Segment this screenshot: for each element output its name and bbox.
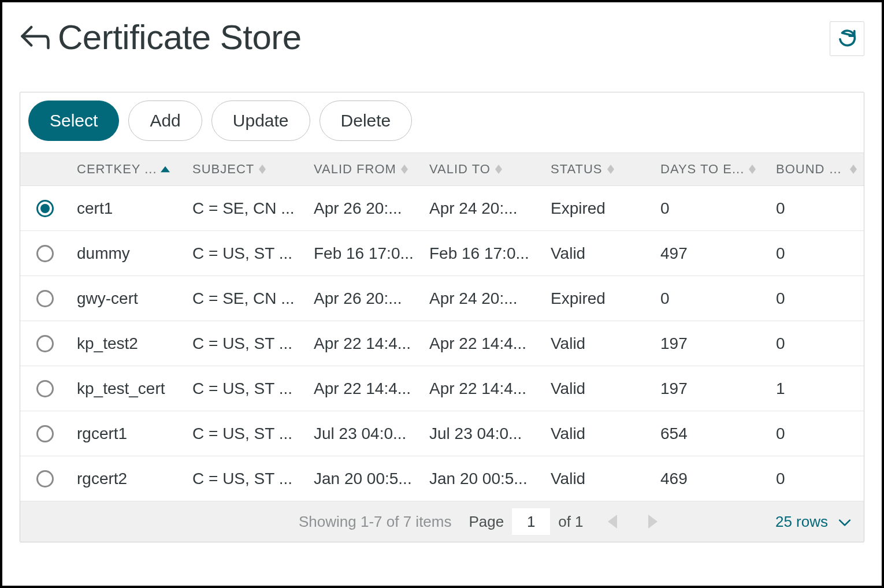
table-row[interactable]: gwy-certC = SE, CN ...Apr 26 20:...Apr 2… (20, 276, 864, 321)
prev-page-button[interactable] (601, 510, 624, 533)
row-radio[interactable] (36, 470, 54, 487)
cell-certkey: rgcert1 (70, 425, 185, 443)
cell-valid-to: Apr 24 20:... (422, 289, 544, 308)
cell-certkey: rgcert2 (70, 470, 185, 488)
sort-icon (749, 165, 756, 174)
column-header-subject[interactable]: SUBJECT (185, 162, 307, 177)
table-row[interactable]: dummyC = US, ST ...Feb 16 17:0...Feb 16 … (20, 231, 864, 276)
svg-marker-8 (607, 169, 614, 174)
cell-days-to-expire: 654 (653, 425, 769, 443)
table-body: cert1C = SE, CN ...Apr 26 20:...Apr 24 2… (20, 186, 864, 501)
cell-days-to-expire: 0 (653, 289, 769, 308)
table-row[interactable]: kp_test_certC = US, ST ...Apr 22 14:4...… (20, 366, 864, 411)
table-row[interactable]: kp_test2C = US, ST ...Apr 22 14:4...Apr … (20, 321, 864, 366)
cell-bound-entities: 0 (769, 470, 864, 488)
cell-status: Valid (544, 470, 653, 488)
cell-certkey: dummy (70, 244, 185, 263)
column-header-days-to-expire[interactable]: DAYS TO E... (653, 162, 769, 177)
column-header-bound-entities[interactable]: BOUND EN... (769, 162, 864, 177)
refresh-button[interactable] (830, 21, 864, 56)
svg-marker-12 (850, 169, 857, 174)
row-radio[interactable] (36, 245, 54, 262)
table-row[interactable]: cert1C = SE, CN ...Apr 26 20:...Apr 24 2… (20, 186, 864, 231)
cell-status: Valid (544, 425, 653, 443)
cell-bound-entities: 0 (769, 425, 864, 443)
page-of-label: of 1 (558, 513, 583, 531)
svg-marker-7 (607, 165, 614, 169)
column-header-status[interactable]: STATUS (544, 162, 653, 177)
cell-valid-from: Feb 16 17:0... (307, 244, 422, 263)
cell-bound-entities: 1 (769, 379, 864, 398)
cell-subject: C = US, ST ... (185, 470, 307, 488)
cell-valid-from: Apr 26 20:... (307, 199, 422, 218)
cell-subject: C = SE, CN ... (185, 289, 307, 308)
cell-days-to-expire: 497 (653, 244, 769, 263)
cell-days-to-expire: 0 (653, 199, 769, 218)
cell-status: Valid (544, 379, 653, 398)
chevron-down-icon (838, 513, 851, 531)
cell-days-to-expire: 197 (653, 334, 769, 353)
row-radio[interactable] (36, 380, 54, 397)
cell-valid-to: Apr 22 14:4... (422, 379, 544, 398)
cell-subject: C = US, ST ... (185, 334, 307, 353)
cell-valid-to: Feb 16 17:0... (422, 244, 544, 263)
cell-status: Expired (544, 199, 653, 218)
page-controls: Page of 1 (469, 508, 583, 535)
cell-subject: C = US, ST ... (185, 244, 307, 263)
select-button[interactable]: Select (28, 101, 119, 141)
table-row[interactable]: rgcert1C = US, ST ...Jul 23 04:0...Jul 2… (20, 411, 864, 456)
cell-valid-to: Apr 24 20:... (422, 199, 544, 218)
cell-valid-to: Jan 20 00:5... (422, 470, 544, 488)
svg-marker-9 (749, 165, 756, 169)
cell-valid-to: Apr 22 14:4... (422, 334, 544, 353)
page-title: Certificate Store (58, 17, 302, 57)
row-radio[interactable] (36, 290, 54, 307)
cell-valid-from: Jul 23 04:0... (307, 425, 422, 443)
cell-certkey: gwy-cert (70, 289, 185, 308)
cell-status: Expired (544, 289, 653, 308)
cell-subject: C = US, ST ... (185, 425, 307, 443)
svg-marker-2 (259, 169, 266, 174)
cell-certkey: kp_test2 (70, 334, 185, 353)
showing-text: Showing 1-7 of 7 items (299, 513, 451, 531)
page-input[interactable] (512, 508, 550, 535)
column-header-certkey[interactable]: CERTKEY ... (70, 162, 185, 177)
update-button[interactable]: Update (211, 101, 310, 141)
delete-button[interactable]: Delete (320, 101, 413, 141)
svg-marker-13 (608, 515, 617, 529)
cell-bound-entities: 0 (769, 334, 864, 353)
table-footer: Showing 1-7 of 7 items Page of 1 25 rows (20, 501, 864, 542)
table-row[interactable]: rgcert2C = US, ST ...Jan 20 00:5...Jan 2… (20, 456, 864, 501)
row-radio[interactable] (36, 335, 54, 352)
add-button[interactable]: Add (128, 101, 202, 141)
sort-icon (607, 165, 614, 174)
row-radio[interactable] (36, 425, 54, 442)
next-page-button[interactable] (641, 510, 664, 533)
cell-status: Valid (544, 244, 653, 263)
cell-days-to-expire: 469 (653, 470, 769, 488)
rows-per-page-label: 25 rows (775, 513, 828, 531)
cell-bound-entities: 0 (769, 199, 864, 218)
back-icon[interactable] (20, 22, 51, 53)
column-header-valid-to[interactable]: VALID TO (422, 162, 544, 177)
cell-valid-to: Jul 23 04:0... (422, 425, 544, 443)
cell-bound-entities: 0 (769, 244, 864, 263)
row-radio[interactable] (36, 200, 54, 217)
page-label: Page (469, 513, 504, 531)
cell-valid-from: Jan 20 00:5... (307, 470, 422, 488)
sort-icon (401, 165, 408, 174)
cell-days-to-expire: 197 (653, 379, 769, 398)
cell-valid-from: Apr 22 14:4... (307, 334, 422, 353)
cell-valid-from: Apr 22 14:4... (307, 379, 422, 398)
svg-marker-3 (401, 165, 408, 169)
svg-marker-14 (648, 515, 658, 529)
column-header-valid-from[interactable]: VALID FROM (307, 162, 422, 177)
cell-certkey: cert1 (70, 199, 185, 218)
svg-marker-0 (161, 166, 170, 173)
cell-status: Valid (544, 334, 653, 353)
rows-per-page-select[interactable]: 25 rows (775, 513, 851, 531)
cell-subject: C = SE, CN ... (185, 199, 307, 218)
refresh-icon (837, 28, 857, 50)
sort-icon (850, 165, 857, 174)
svg-marker-4 (401, 169, 408, 174)
